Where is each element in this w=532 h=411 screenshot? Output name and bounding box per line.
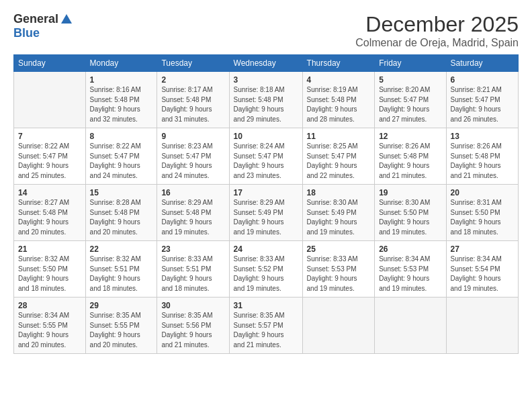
calendar-header-friday: Friday [375,55,446,72]
calendar-cell: 31Sunrise: 8:35 AMSunset: 5:57 PMDayligh… [229,298,302,354]
calendar-week-row: 1Sunrise: 8:16 AMSunset: 5:48 PMDaylight… [14,72,519,128]
day-number: 5 [379,75,441,85]
calendar-cell: 8Sunrise: 8:22 AMSunset: 5:47 PMDaylight… [85,128,157,185]
calendar-cell: 29Sunrise: 8:35 AMSunset: 5:55 PMDayligh… [85,298,157,354]
day-number: 4 [307,75,371,85]
calendar-header-wednesday: Wednesday [229,55,302,72]
day-info: Sunrise: 8:28 AMSunset: 5:48 PMDaylight:… [90,198,153,237]
day-number: 22 [90,244,153,254]
calendar-cell: 24Sunrise: 8:33 AMSunset: 5:52 PMDayligh… [229,241,302,298]
calendar-cell: 26Sunrise: 8:34 AMSunset: 5:53 PMDayligh… [375,241,446,298]
calendar-table: SundayMondayTuesdayWednesdayThursdayFrid… [13,54,519,354]
day-info: Sunrise: 8:27 AMSunset: 5:48 PMDaylight:… [18,198,81,237]
calendar-cell: 6Sunrise: 8:21 AMSunset: 5:47 PMDaylight… [446,72,518,128]
day-info: Sunrise: 8:18 AMSunset: 5:48 PMDaylight:… [234,85,298,124]
day-info: Sunrise: 8:22 AMSunset: 5:47 PMDaylight:… [18,142,81,181]
logo-blue-text: Blue [13,26,40,40]
day-info: Sunrise: 8:34 AMSunset: 5:53 PMDaylight:… [379,255,441,293]
calendar-cell: 18Sunrise: 8:30 AMSunset: 5:49 PMDayligh… [302,185,375,241]
day-info: Sunrise: 8:16 AMSunset: 5:48 PMDaylight:… [90,85,153,124]
day-info: Sunrise: 8:19 AMSunset: 5:48 PMDaylight:… [307,85,371,124]
calendar-cell: 21Sunrise: 8:32 AMSunset: 5:50 PMDayligh… [14,241,86,298]
calendar-cell: 28Sunrise: 8:34 AMSunset: 5:55 PMDayligh… [14,298,86,354]
day-number: 19 [379,188,441,197]
day-info: Sunrise: 8:32 AMSunset: 5:51 PMDaylight:… [90,255,153,293]
calendar-week-row: 7Sunrise: 8:22 AMSunset: 5:47 PMDaylight… [14,128,519,185]
day-number: 6 [451,75,514,85]
month-title: December 2025 [355,12,519,37]
calendar-cell: 19Sunrise: 8:30 AMSunset: 5:50 PMDayligh… [375,185,446,241]
calendar-cell: 1Sunrise: 8:16 AMSunset: 5:48 PMDaylight… [85,72,157,128]
calendar-cell: 22Sunrise: 8:32 AMSunset: 5:51 PMDayligh… [85,241,157,298]
day-info: Sunrise: 8:33 AMSunset: 5:52 PMDaylight:… [234,255,298,293]
day-info: Sunrise: 8:23 AMSunset: 5:47 PMDaylight:… [161,142,224,181]
calendar-cell: 4Sunrise: 8:19 AMSunset: 5:48 PMDaylight… [302,72,375,128]
day-number: 8 [90,132,153,141]
day-number: 27 [451,244,514,254]
title-section: December 2025 Colmenar de Oreja, Madrid,… [355,12,519,49]
day-number: 21 [18,244,81,254]
day-info: Sunrise: 8:32 AMSunset: 5:50 PMDaylight:… [18,255,81,293]
calendar-cell: 30Sunrise: 8:35 AMSunset: 5:56 PMDayligh… [157,298,229,354]
day-number: 13 [451,132,514,141]
calendar-cell: 14Sunrise: 8:27 AMSunset: 5:48 PMDayligh… [14,185,86,241]
calendar-cell: 11Sunrise: 8:25 AMSunset: 5:47 PMDayligh… [302,128,375,185]
calendar-header-saturday: Saturday [446,55,518,72]
calendar-cell: 15Sunrise: 8:28 AMSunset: 5:48 PMDayligh… [85,185,157,241]
calendar-cell [302,298,375,354]
calendar-cell: 10Sunrise: 8:24 AMSunset: 5:47 PMDayligh… [229,128,302,185]
calendar-cell: 16Sunrise: 8:29 AMSunset: 5:48 PMDayligh… [157,185,229,241]
calendar-cell: 20Sunrise: 8:31 AMSunset: 5:50 PMDayligh… [446,185,518,241]
calendar-cell: 13Sunrise: 8:26 AMSunset: 5:48 PMDayligh… [446,128,518,185]
day-number: 23 [161,244,224,254]
day-number: 25 [307,244,371,254]
calendar-week-row: 21Sunrise: 8:32 AMSunset: 5:50 PMDayligh… [14,241,519,298]
calendar-cell: 17Sunrise: 8:29 AMSunset: 5:49 PMDayligh… [229,185,302,241]
calendar-header-sunday: Sunday [14,55,86,72]
day-number: 10 [234,132,298,141]
calendar-cell [446,298,518,354]
calendar-cell: 9Sunrise: 8:23 AMSunset: 5:47 PMDaylight… [157,128,229,185]
day-number: 15 [90,188,153,197]
day-info: Sunrise: 8:33 AMSunset: 5:51 PMDaylight:… [161,255,224,293]
logo-general-text: General [13,12,58,26]
day-number: 18 [307,188,371,197]
day-info: Sunrise: 8:35 AMSunset: 5:55 PMDaylight:… [90,311,153,350]
day-info: Sunrise: 8:26 AMSunset: 5:48 PMDaylight:… [379,142,441,181]
calendar-week-row: 14Sunrise: 8:27 AMSunset: 5:48 PMDayligh… [14,185,519,241]
day-info: Sunrise: 8:21 AMSunset: 5:47 PMDaylight:… [451,85,514,124]
day-info: Sunrise: 8:29 AMSunset: 5:48 PMDaylight:… [161,198,224,237]
day-info: Sunrise: 8:17 AMSunset: 5:48 PMDaylight:… [161,85,224,124]
day-number: 30 [161,301,224,310]
logo: General Blue [13,12,72,40]
day-number: 7 [18,132,81,141]
calendar-cell: 2Sunrise: 8:17 AMSunset: 5:48 PMDaylight… [157,72,229,128]
calendar-week-row: 28Sunrise: 8:34 AMSunset: 5:55 PMDayligh… [14,298,519,354]
day-number: 11 [307,132,371,141]
day-number: 12 [379,132,441,141]
calendar-header-row: SundayMondayTuesdayWednesdayThursdayFrid… [14,55,519,72]
calendar-cell: 12Sunrise: 8:26 AMSunset: 5:48 PMDayligh… [375,128,446,185]
day-number: 26 [379,244,441,254]
calendar-cell: 7Sunrise: 8:22 AMSunset: 5:47 PMDaylight… [14,128,86,185]
calendar-cell: 23Sunrise: 8:33 AMSunset: 5:51 PMDayligh… [157,241,229,298]
day-info: Sunrise: 8:30 AMSunset: 5:50 PMDaylight:… [379,198,441,237]
day-number: 3 [234,75,298,85]
day-number: 9 [161,132,224,141]
day-info: Sunrise: 8:24 AMSunset: 5:47 PMDaylight:… [234,142,298,181]
day-info: Sunrise: 8:33 AMSunset: 5:53 PMDaylight:… [307,255,371,293]
day-number: 17 [234,188,298,197]
day-info: Sunrise: 8:34 AMSunset: 5:55 PMDaylight:… [18,311,81,350]
day-info: Sunrise: 8:25 AMSunset: 5:47 PMDaylight:… [307,142,371,181]
calendar-header-tuesday: Tuesday [157,55,229,72]
header: General Blue December 2025 Colmenar de O… [13,12,519,49]
day-number: 14 [18,188,81,197]
day-info: Sunrise: 8:31 AMSunset: 5:50 PMDaylight:… [451,198,514,237]
calendar-cell [375,298,446,354]
day-number: 24 [234,244,298,254]
calendar-header-thursday: Thursday [302,55,375,72]
day-info: Sunrise: 8:20 AMSunset: 5:47 PMDaylight:… [379,85,441,124]
calendar-header-monday: Monday [85,55,157,72]
day-info: Sunrise: 8:34 AMSunset: 5:54 PMDaylight:… [451,255,514,293]
day-number: 16 [161,188,224,197]
